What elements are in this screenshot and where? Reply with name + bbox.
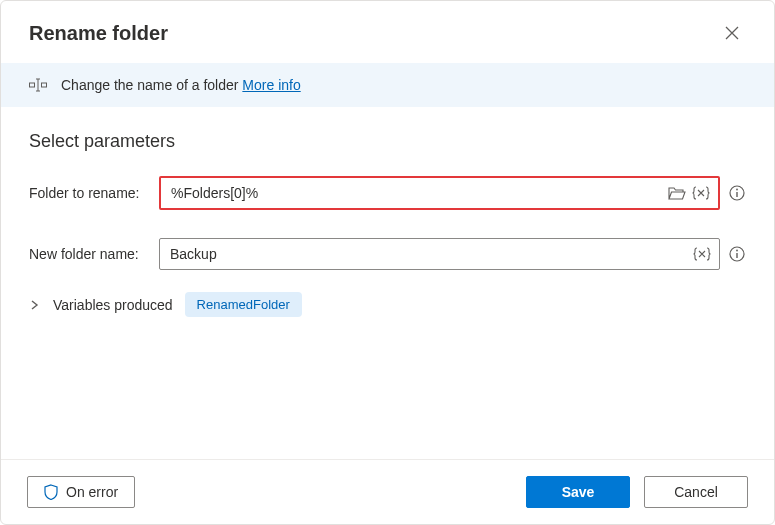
variable-picker-button[interactable] [692, 184, 710, 202]
svg-point-6 [736, 189, 738, 191]
cancel-label: Cancel [674, 484, 718, 500]
new-folder-name-info[interactable] [728, 245, 746, 263]
info-banner: Change the name of a folder More info [1, 63, 774, 107]
shield-icon [44, 484, 58, 500]
variable-icon [693, 247, 711, 261]
svg-rect-1 [42, 83, 47, 87]
rename-folder-dialog: Rename folder Change the name of a folde… [0, 0, 775, 525]
close-button[interactable] [718, 19, 746, 47]
dialog-title: Rename folder [29, 22, 168, 45]
info-icon [729, 246, 745, 262]
chevron-right-icon [31, 300, 39, 310]
variable-picker-button[interactable] [693, 245, 711, 263]
folder-to-rename-input-box [159, 176, 720, 210]
svg-rect-0 [30, 83, 35, 87]
folder-to-rename-info[interactable] [728, 184, 746, 202]
variables-expand-toggle[interactable] [29, 300, 41, 310]
folder-to-rename-label: Folder to rename: [29, 185, 159, 201]
variable-icon [692, 186, 710, 200]
dialog-body: Select parameters Folder to rename: [1, 107, 774, 459]
on-error-button[interactable]: On error [27, 476, 135, 508]
close-icon [725, 26, 739, 40]
browse-folder-button[interactable] [668, 184, 686, 202]
banner-text: Change the name of a folder More info [61, 77, 301, 93]
variable-chip[interactable]: RenamedFolder [185, 292, 302, 317]
folder-open-icon [668, 186, 686, 200]
save-label: Save [562, 484, 595, 500]
folder-to-rename-input[interactable] [169, 184, 662, 202]
new-folder-name-input[interactable] [168, 245, 687, 263]
cancel-button[interactable]: Cancel [644, 476, 748, 508]
folder-to-rename-row: Folder to rename: [29, 176, 746, 210]
dialog-footer: On error Save Cancel [1, 459, 774, 524]
on-error-label: On error [66, 484, 118, 500]
variables-produced-label: Variables produced [53, 297, 173, 313]
new-folder-name-row: New folder name: [29, 238, 746, 270]
new-folder-name-input-box [159, 238, 720, 270]
rename-icon [29, 78, 47, 92]
more-info-link[interactable]: More info [242, 77, 300, 93]
info-icon [729, 185, 745, 201]
save-button[interactable]: Save [526, 476, 630, 508]
svg-point-9 [736, 250, 738, 252]
new-folder-name-label: New folder name: [29, 246, 159, 262]
dialog-header: Rename folder [1, 1, 774, 63]
section-title: Select parameters [29, 131, 746, 152]
variables-produced-row: Variables produced RenamedFolder [29, 292, 746, 317]
